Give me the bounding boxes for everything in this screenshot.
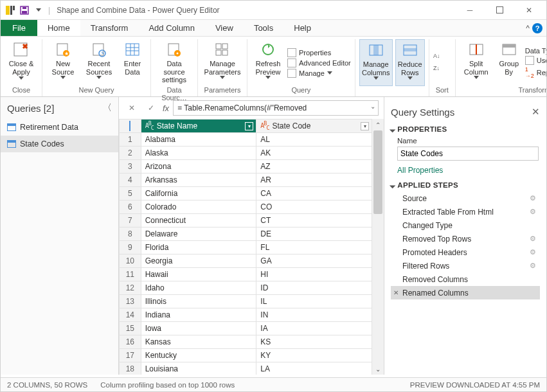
table-row[interactable]: 3ArizonaAZ	[120, 160, 372, 174]
cell-state-name[interactable]: Delaware	[141, 227, 256, 241]
cell-state-code[interactable]: IL	[256, 295, 372, 308]
collapse-ribbon-icon[interactable]: ^	[526, 24, 530, 33]
cell-state-name[interactable]: Kansas	[141, 335, 256, 349]
tab-tools[interactable]: Tools	[244, 20, 283, 36]
tab-add-column[interactable]: Add Column	[138, 20, 205, 36]
refresh-preview-button[interactable]: Refresh Preview	[251, 39, 285, 86]
group-by-button[interactable]: Group By	[496, 39, 523, 86]
cell-state-name[interactable]: Arizona	[141, 160, 256, 174]
cell-state-name[interactable]: Colorado	[141, 200, 256, 214]
cell-state-code[interactable]: KY	[256, 349, 372, 362]
save-icon[interactable]	[19, 4, 30, 16]
formula-expand-icon[interactable]: ⌄	[370, 103, 375, 110]
table-row[interactable]: 13IllinoisIL	[120, 295, 372, 308]
properties-section[interactable]: PROPERTIES	[391, 125, 540, 133]
table-row[interactable]: 18LouisianaLA	[120, 362, 372, 375]
cell-state-name[interactable]: Indiana	[141, 308, 256, 322]
column-header-state-name[interactable]: ABCState Name▾	[141, 120, 256, 133]
applied-step[interactable]: Changed Type	[391, 218, 540, 232]
minimize-button[interactable]: ─	[455, 1, 485, 20]
cancel-formula-icon[interactable]: ✕	[124, 100, 139, 116]
properties-button[interactable]: Properties	[287, 48, 351, 57]
applied-step[interactable]: Source⚙	[391, 192, 540, 205]
applied-step[interactable]: Extracted Table From Html⚙	[391, 205, 540, 218]
table-row[interactable]: 14IndianaIN	[120, 308, 372, 322]
recent-sources-button[interactable]: Recent Sources	[82, 39, 116, 86]
table-row[interactable]: 9FloridaFL	[120, 241, 372, 254]
close-apply-button[interactable]: Close & Apply	[4, 39, 38, 86]
manage-button[interactable]: Manage	[287, 69, 351, 78]
cell-state-code[interactable]: CO	[256, 200, 372, 214]
applied-step[interactable]: Removed Columns	[391, 272, 540, 286]
cell-state-code[interactable]: HI	[256, 268, 372, 281]
data-type-button[interactable]: Data Type: Text	[525, 47, 547, 55]
tab-home[interactable]: Home	[37, 20, 80, 36]
cell-state-code[interactable]: ID	[256, 281, 372, 295]
manage-columns-button[interactable]: Manage Columns	[359, 39, 393, 86]
cell-state-code[interactable]: AR	[256, 174, 372, 187]
applied-step[interactable]: Filtered Rows⚙	[391, 259, 540, 272]
cell-state-code[interactable]: KS	[256, 335, 372, 349]
gear-icon[interactable]: ⚙	[530, 194, 536, 202]
close-button[interactable]: ✕	[514, 1, 544, 20]
qat-dropdown-icon[interactable]	[33, 4, 44, 16]
applied-step[interactable]: ✕Renamed Columns	[391, 286, 540, 299]
tab-transform[interactable]: Transform	[80, 20, 139, 36]
table-row[interactable]: 2AlaskaAK	[120, 147, 372, 160]
table-row[interactable]: 4ArkansasAR	[120, 174, 372, 187]
gear-icon[interactable]: ⚙	[530, 235, 536, 243]
table-row[interactable]: 6ColoradoCO	[120, 200, 372, 214]
corner-cell[interactable]	[120, 120, 141, 133]
sort-desc-button[interactable]: Z↓	[433, 64, 451, 75]
gear-icon[interactable]: ⚙	[530, 262, 536, 270]
gear-icon[interactable]: ⚙	[530, 248, 536, 256]
all-properties-link[interactable]: All Properties	[397, 166, 540, 175]
cell-state-code[interactable]: DE	[256, 227, 372, 241]
table-row[interactable]: 8DelawareDE	[120, 227, 372, 241]
maximize-button[interactable]	[485, 1, 514, 20]
data-grid[interactable]: ABCState Name▾ ABCState Code▾ 1AlabamaAL…	[119, 119, 372, 375]
cell-state-name[interactable]: Georgia	[141, 254, 256, 268]
cell-state-code[interactable]: CT	[256, 214, 372, 227]
table-row[interactable]: 15IowaIA	[120, 322, 372, 335]
use-first-row-button[interactable]: Use First Row as Head	[525, 56, 547, 65]
cell-state-code[interactable]: AZ	[256, 160, 372, 174]
cell-state-name[interactable]: Louisiana	[141, 362, 256, 375]
manage-parameters-button[interactable]: Manage Parameters	[202, 39, 243, 86]
cell-state-name[interactable]: Iowa	[141, 322, 256, 335]
cell-state-name[interactable]: Kentucky	[141, 349, 256, 362]
cell-state-name[interactable]: Illinois	[141, 295, 256, 308]
table-row[interactable]: 5CaliforniaCA	[120, 187, 372, 200]
table-row[interactable]: 7ConnecticutCT	[120, 214, 372, 227]
applied-step[interactable]: Promoted Headers⚙	[391, 245, 540, 259]
scroll-down-icon[interactable]: ⌄	[372, 363, 384, 375]
cell-state-name[interactable]: Connecticut	[141, 214, 256, 227]
table-row[interactable]: 17KentuckyKY	[120, 349, 372, 362]
cell-state-code[interactable]: CA	[256, 187, 372, 200]
query-item-state-codes[interactable]: State Codes	[1, 136, 118, 152]
cell-state-code[interactable]: IN	[256, 308, 372, 322]
cell-state-code[interactable]: FL	[256, 241, 372, 254]
new-source-button[interactable]: ★New Source	[46, 39, 80, 86]
replace-values-button[interactable]: 1→2Replace Values	[525, 66, 547, 79]
scroll-up-icon[interactable]: ⌃	[372, 119, 384, 130]
reduce-rows-button[interactable]: Reduce Rows	[395, 39, 425, 86]
query-name-input[interactable]	[397, 147, 539, 161]
table-row[interactable]: 12IdahoID	[120, 281, 372, 295]
column-filter-icon[interactable]: ▾	[361, 122, 369, 130]
cell-state-name[interactable]: California	[141, 187, 256, 200]
cell-state-code[interactable]: AL	[256, 133, 372, 147]
applied-steps-section[interactable]: APPLIED STEPS	[391, 181, 540, 189]
column-header-state-code[interactable]: ABCState Code▾	[256, 120, 372, 133]
cell-state-name[interactable]: Hawaii	[141, 268, 256, 281]
sort-asc-button[interactable]: A↓	[433, 51, 451, 62]
collapse-queries-icon[interactable]: 〈	[103, 102, 112, 114]
cell-state-name[interactable]: Idaho	[141, 281, 256, 295]
advanced-editor-button[interactable]: Advanced Editor	[287, 58, 351, 67]
enter-data-button[interactable]: Enter Data	[118, 39, 147, 86]
scroll-thumb[interactable]	[373, 130, 382, 214]
cell-state-code[interactable]: AK	[256, 147, 372, 160]
column-filter-icon[interactable]: ▾	[245, 122, 253, 130]
help-icon[interactable]: ?	[532, 23, 543, 33]
applied-step[interactable]: Removed Top Rows⚙	[391, 232, 540, 245]
